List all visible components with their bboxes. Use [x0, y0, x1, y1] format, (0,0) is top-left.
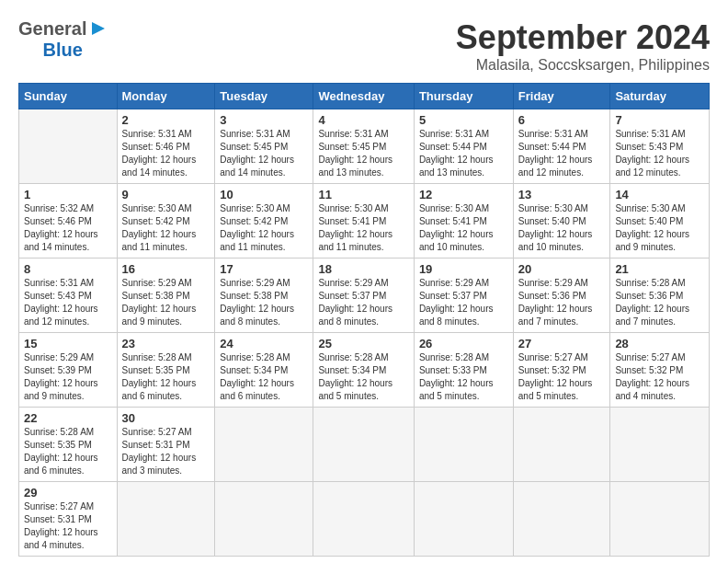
calendar-cell: 22Sunrise: 5:28 AMSunset: 5:35 PMDayligh…	[19, 408, 118, 482]
daylight-text: Daylight: 12 hours and 12 minutes.	[24, 304, 98, 327]
day-info: Sunrise: 5:29 AMSunset: 5:38 PMDaylight:…	[122, 277, 210, 328]
daylight-text: Daylight: 12 hours and 14 minutes.	[122, 155, 197, 178]
sunrise-text: Sunrise: 5:30 AM	[615, 203, 685, 213]
day-info: Sunrise: 5:29 AMSunset: 5:36 PMDaylight:…	[518, 277, 606, 328]
sunset-text: Sunset: 5:44 PM	[419, 142, 487, 152]
day-info: Sunrise: 5:31 AMSunset: 5:44 PMDaylight:…	[419, 128, 508, 179]
sunset-text: Sunset: 5:38 PM	[220, 291, 288, 301]
daylight-text: Daylight: 12 hours and 6 minutes.	[24, 453, 98, 476]
daylight-text: Daylight: 12 hours and 9 minutes.	[615, 229, 689, 252]
day-number: 27	[518, 337, 606, 350]
daylight-text: Daylight: 12 hours and 5 minutes.	[419, 378, 494, 401]
day-info: Sunrise: 5:28 AMSunset: 5:34 PMDaylight:…	[220, 351, 308, 403]
calendar-cell	[313, 482, 414, 557]
day-info: Sunrise: 5:27 AMSunset: 5:32 PMDaylight:…	[615, 351, 704, 403]
sunrise-text: Sunrise: 5:29 AM	[419, 278, 489, 288]
day-info: Sunrise: 5:31 AMSunset: 5:45 PMDaylight:…	[318, 128, 408, 179]
day-number: 3	[220, 113, 308, 127]
logo: General Blue	[18, 18, 107, 61]
sunset-text: Sunset: 5:36 PM	[615, 291, 683, 301]
day-number: 7	[615, 113, 704, 127]
header-wednesday: Wednesday	[313, 84, 414, 109]
sunrise-text: Sunrise: 5:28 AM	[122, 352, 192, 362]
daylight-text: Daylight: 12 hours and 9 minutes.	[24, 378, 98, 401]
sunrise-text: Sunrise: 5:27 AM	[518, 352, 588, 362]
sunrise-text: Sunrise: 5:32 AM	[24, 203, 94, 213]
calendar-cell: 20Sunrise: 5:29 AMSunset: 5:36 PMDayligh…	[513, 259, 610, 333]
day-number: 2	[122, 113, 210, 127]
sunrise-text: Sunrise: 5:28 AM	[318, 352, 388, 362]
sunset-text: Sunset: 5:31 PM	[24, 514, 92, 524]
day-info: Sunrise: 5:27 AMSunset: 5:31 PMDaylight:…	[24, 500, 112, 552]
daylight-text: Daylight: 12 hours and 6 minutes.	[122, 378, 197, 401]
logo-blue: Blue	[43, 40, 83, 60]
sunset-text: Sunset: 5:43 PM	[24, 291, 92, 301]
header-tuesday: Tuesday	[215, 84, 313, 109]
calendar-week-row: 15Sunrise: 5:29 AMSunset: 5:39 PMDayligh…	[19, 333, 710, 408]
sunset-text: Sunset: 5:34 PM	[318, 365, 386, 375]
calendar-cell: 12Sunrise: 5:30 AMSunset: 5:41 PMDayligh…	[414, 184, 513, 259]
sunset-text: Sunset: 5:45 PM	[318, 142, 386, 152]
title-block: September 2024 Malasila, Soccsksargen, P…	[456, 18, 710, 74]
calendar-cell	[117, 482, 215, 557]
sunset-text: Sunset: 5:35 PM	[122, 365, 190, 375]
sunrise-text: Sunrise: 5:30 AM	[318, 203, 388, 213]
calendar-cell: 3Sunrise: 5:31 AMSunset: 5:45 PMDaylight…	[215, 109, 313, 184]
day-number: 24	[220, 337, 308, 350]
calendar-cell: 1Sunrise: 5:32 AMSunset: 5:46 PMDaylight…	[19, 184, 118, 259]
sunset-text: Sunset: 5:31 PM	[122, 440, 190, 450]
daylight-text: Daylight: 12 hours and 8 minutes.	[220, 304, 294, 327]
sunrise-text: Sunrise: 5:29 AM	[318, 278, 388, 288]
sunrise-text: Sunrise: 5:27 AM	[122, 427, 192, 437]
sunrise-text: Sunrise: 5:30 AM	[122, 203, 192, 213]
sunrise-text: Sunrise: 5:27 AM	[615, 352, 685, 362]
sunrise-text: Sunrise: 5:29 AM	[122, 278, 192, 288]
calendar-cell: 14Sunrise: 5:30 AMSunset: 5:40 PMDayligh…	[610, 184, 710, 259]
day-number: 17	[220, 262, 308, 276]
day-info: Sunrise: 5:29 AMSunset: 5:38 PMDaylight:…	[220, 277, 308, 328]
calendar-cell: 19Sunrise: 5:29 AMSunset: 5:37 PMDayligh…	[414, 259, 513, 333]
sunrise-text: Sunrise: 5:29 AM	[518, 278, 588, 288]
day-number: 29	[24, 486, 112, 500]
day-number: 9	[122, 188, 210, 201]
day-info: Sunrise: 5:28 AMSunset: 5:36 PMDaylight:…	[615, 277, 704, 328]
daylight-text: Daylight: 12 hours and 6 minutes.	[220, 378, 294, 401]
day-info: Sunrise: 5:30 AMSunset: 5:41 PMDaylight:…	[419, 202, 508, 254]
day-number: 26	[419, 337, 508, 350]
logo-arrow-icon	[88, 19, 107, 38]
day-number: 16	[122, 262, 210, 276]
day-number: 15	[24, 337, 112, 350]
sunrise-text: Sunrise: 5:31 AM	[122, 129, 192, 139]
calendar-cell	[19, 109, 118, 184]
sunrise-text: Sunrise: 5:29 AM	[24, 352, 94, 362]
day-info: Sunrise: 5:28 AMSunset: 5:35 PMDaylight:…	[24, 426, 112, 477]
sunset-text: Sunset: 5:37 PM	[318, 291, 386, 301]
sunset-text: Sunset: 5:32 PM	[518, 365, 586, 375]
day-number: 25	[318, 337, 408, 350]
day-number: 12	[419, 188, 508, 201]
sunset-text: Sunset: 5:39 PM	[24, 365, 92, 375]
calendar-cell	[610, 482, 710, 557]
calendar-cell	[414, 408, 513, 482]
calendar-cell: 2Sunrise: 5:31 AMSunset: 5:46 PMDaylight…	[117, 109, 215, 184]
calendar-cell: 26Sunrise: 5:28 AMSunset: 5:33 PMDayligh…	[414, 333, 513, 408]
location-subtitle: Malasila, Soccsksargen, Philippines	[456, 57, 710, 74]
sunset-text: Sunset: 5:40 PM	[615, 216, 683, 226]
calendar-cell	[313, 408, 414, 482]
sunrise-text: Sunrise: 5:28 AM	[24, 427, 94, 437]
daylight-text: Daylight: 12 hours and 4 minutes.	[615, 378, 689, 401]
sunrise-text: Sunrise: 5:29 AM	[220, 278, 290, 288]
sunset-text: Sunset: 5:37 PM	[419, 291, 487, 301]
sunset-text: Sunset: 5:44 PM	[518, 142, 586, 152]
logo-general: General	[18, 18, 86, 40]
calendar-cell: 4Sunrise: 5:31 AMSunset: 5:45 PMDaylight…	[313, 109, 414, 184]
calendar-cell: 7Sunrise: 5:31 AMSunset: 5:43 PMDaylight…	[610, 109, 710, 184]
day-number: 11	[318, 188, 408, 201]
day-number: 30	[122, 411, 210, 425]
day-info: Sunrise: 5:28 AMSunset: 5:35 PMDaylight:…	[122, 351, 210, 403]
sunset-text: Sunset: 5:36 PM	[518, 291, 586, 301]
day-info: Sunrise: 5:30 AMSunset: 5:40 PMDaylight:…	[518, 202, 606, 254]
day-info: Sunrise: 5:31 AMSunset: 5:43 PMDaylight:…	[615, 128, 704, 179]
daylight-text: Daylight: 12 hours and 13 minutes.	[419, 155, 494, 178]
day-info: Sunrise: 5:29 AMSunset: 5:39 PMDaylight:…	[24, 351, 112, 403]
